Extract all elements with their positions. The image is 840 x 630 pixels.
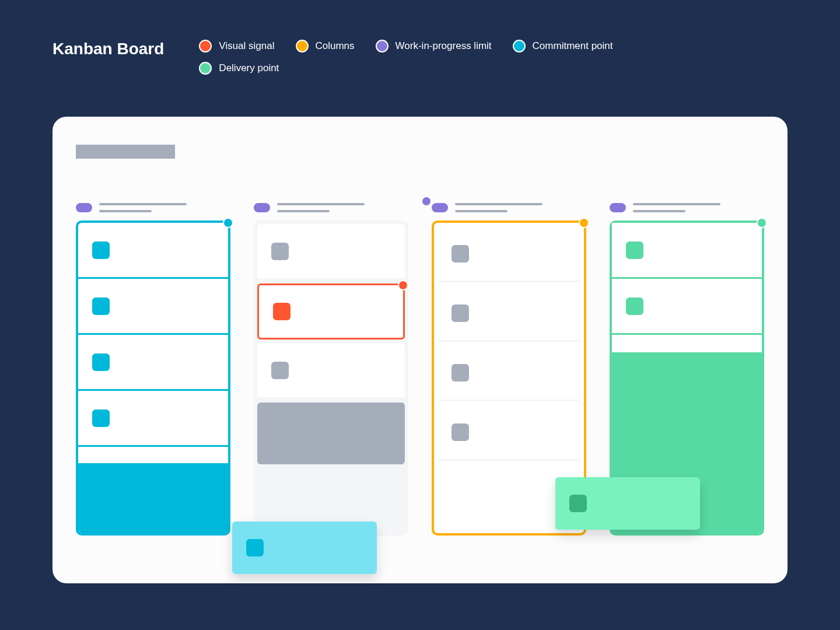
column-fill (78, 463, 228, 533)
visual-signal-icon (398, 280, 408, 290)
card-icon (92, 242, 110, 259)
kanban-card[interactable] (438, 226, 580, 282)
card-icon (452, 424, 469, 441)
legend-item-delivery-point: Delivery point (199, 62, 279, 75)
kanban-card[interactable] (612, 279, 762, 335)
column-header (610, 203, 764, 212)
card-icon (626, 242, 643, 259)
column-header (254, 203, 408, 212)
card-icon (452, 304, 469, 322)
column-title-placeholder (99, 203, 230, 212)
dragging-card[interactable] (555, 477, 700, 530)
card-icon (92, 298, 110, 315)
column-header (432, 203, 586, 212)
legend-item-commitment-point: Commitment point (513, 40, 613, 52)
wip-chip-icon (610, 203, 626, 212)
legend-dot-icon (296, 40, 309, 52)
column-generic (254, 203, 408, 536)
kanban-card[interactable] (78, 279, 228, 335)
legend-item-visual-signal: Visual signal (199, 40, 274, 52)
board-title-placeholder (76, 145, 175, 159)
column-header (76, 203, 230, 212)
legend-dot-icon (199, 62, 212, 75)
legend-dot-icon (376, 40, 388, 52)
legend-item-wip-limit: Work-in-progress limit (376, 40, 492, 52)
card-icon (452, 364, 469, 382)
legend-label: Work-in-progress limit (396, 40, 492, 52)
kanban-card[interactable] (612, 223, 762, 279)
delivery-point-icon (757, 218, 767, 228)
column-box[interactable] (254, 220, 408, 536)
column-box[interactable] (76, 220, 230, 536)
kanban-card[interactable] (78, 391, 228, 447)
column-title-placeholder (455, 203, 586, 212)
legend-dot-icon (199, 40, 212, 52)
wip-chip-icon (254, 203, 270, 212)
card-icon (271, 362, 289, 379)
page-title: Kanban Board (52, 40, 164, 58)
card-icon (273, 303, 290, 320)
wip-chip-icon (432, 203, 448, 212)
column-commitment (76, 203, 230, 536)
drop-target[interactable] (257, 402, 405, 464)
legend-label: Visual signal (219, 40, 274, 52)
column-title-placeholder (633, 203, 764, 212)
column-title-placeholder (277, 203, 408, 212)
kanban-card[interactable] (257, 343, 405, 399)
card-icon (626, 298, 643, 315)
legend-label: Commitment point (533, 40, 613, 52)
wip-chip-icon (76, 203, 92, 212)
kanban-board-panel (52, 117, 788, 583)
kanban-card[interactable] (438, 286, 580, 342)
card-icon (452, 245, 469, 262)
card-icon (271, 243, 289, 260)
legend-item-columns: Columns (296, 40, 355, 52)
kanban-card[interactable] (78, 335, 228, 391)
legend: Visual signal Columns Work-in-progress l… (199, 40, 677, 75)
legend-dot-icon (513, 40, 526, 52)
wip-limit-callout-icon (421, 196, 432, 206)
commitment-point-icon (223, 218, 233, 228)
dragging-card[interactable] (232, 522, 377, 574)
card-icon (92, 354, 110, 371)
card-icon (569, 495, 587, 512)
card-icon (92, 410, 110, 427)
header: Kanban Board Visual signal Columns Work-… (0, 0, 840, 75)
kanban-card[interactable] (438, 405, 580, 461)
kanban-card[interactable] (257, 224, 405, 280)
legend-label: Columns (316, 40, 355, 52)
kanban-card[interactable] (78, 223, 228, 279)
legend-label: Delivery point (219, 62, 279, 74)
columns-marker-icon (579, 218, 589, 228)
kanban-card[interactable] (438, 345, 580, 401)
card-icon (246, 539, 264, 556)
kanban-card-visual-signal[interactable] (257, 284, 405, 340)
